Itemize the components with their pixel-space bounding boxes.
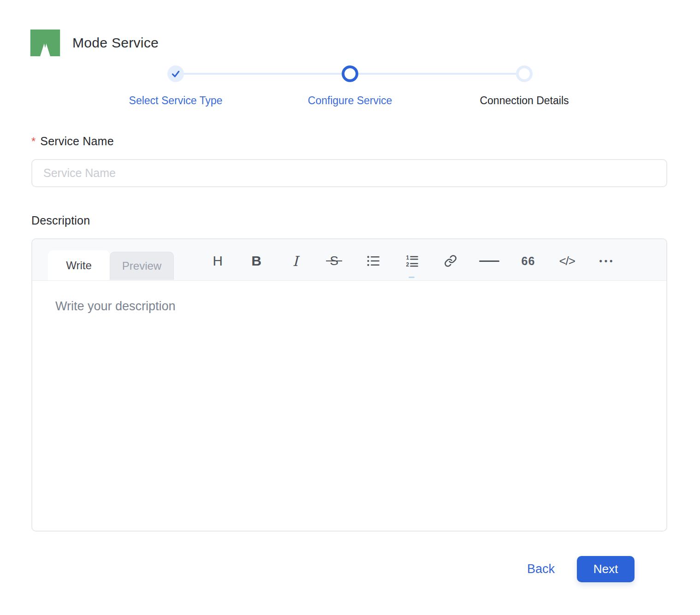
horizontal-rule-icon: [479, 260, 499, 262]
link-button[interactable]: [438, 248, 463, 274]
heading-button[interactable]: H: [205, 248, 231, 274]
required-asterisk: *: [31, 135, 36, 148]
step-configure-service[interactable]: Configure Service: [263, 65, 437, 107]
strikethrough-button[interactable]: S: [321, 248, 347, 274]
more-ellipsis-icon: •••: [597, 256, 615, 266]
heading-icon: H: [213, 253, 223, 269]
formatting-toolbar: H B I S: [205, 248, 619, 274]
back-button[interactable]: Back: [527, 562, 555, 576]
numbered-list-icon: 1 2: [405, 254, 419, 268]
numbered-list-caret-artifact: [409, 277, 415, 278]
code-button[interactable]: </>: [554, 248, 580, 274]
next-button[interactable]: Next: [577, 556, 635, 582]
description-textarea[interactable]: [32, 281, 666, 531]
italic-icon: I: [292, 253, 298, 269]
step-label: Select Service Type: [129, 94, 223, 107]
editor-write-area: [32, 281, 666, 531]
italic-button[interactable]: I: [282, 248, 308, 274]
description-label: Description: [31, 214, 90, 227]
horizontal-rule-button[interactable]: [476, 248, 502, 274]
svg-text:1: 1: [406, 254, 409, 261]
check-icon: [171, 69, 180, 78]
editor-toolbar-header: Write Preview H B I S: [32, 239, 666, 281]
quote-button[interactable]: 66: [516, 248, 541, 274]
tab-write[interactable]: Write: [48, 250, 110, 281]
code-icon: </>: [559, 254, 575, 268]
bullet-list-icon: [366, 254, 380, 268]
form-content: * Service Name Description Write Preview…: [31, 135, 667, 582]
tab-preview[interactable]: Preview: [110, 252, 174, 280]
brand-header: Mode Service: [0, 0, 700, 56]
step-label: Configure Service: [308, 94, 392, 107]
service-name-label-row: * Service Name: [31, 135, 667, 148]
service-name-label: Service Name: [40, 135, 113, 148]
step-select-service-type[interactable]: Select Service Type: [89, 65, 263, 107]
description-label-row: Description: [31, 214, 667, 227]
strikethrough-icon: S: [330, 254, 338, 268]
wizard-footer-actions: Back Next: [31, 556, 667, 582]
step-active-circle[interactable]: [342, 65, 358, 82]
bullet-list-button[interactable]: [360, 248, 386, 274]
step-upcoming-circle[interactable]: [516, 65, 533, 82]
mode-service-wizard-page: Mode Service Select Service Type Configu…: [0, 0, 700, 615]
page-title: Mode Service: [72, 35, 159, 51]
description-markdown-editor: Write Preview H B I S: [31, 238, 667, 532]
quote-icon: 66: [522, 254, 535, 268]
more-tools-button[interactable]: •••: [593, 248, 619, 274]
step-completed-circle[interactable]: [167, 65, 184, 82]
bold-icon: B: [251, 253, 261, 269]
link-icon: [444, 254, 457, 267]
step-connection-details[interactable]: Connection Details: [437, 65, 611, 107]
mode-logo-icon: [30, 30, 60, 56]
wizard-stepper: Select Service Type Configure Service Co…: [89, 65, 611, 107]
bold-button[interactable]: B: [243, 248, 269, 274]
editor-tabs: Write Preview: [32, 250, 174, 280]
numbered-list-button[interactable]: 1 2: [399, 248, 425, 274]
service-name-input[interactable]: [31, 159, 667, 187]
svg-text:2: 2: [406, 261, 409, 268]
step-label: Connection Details: [480, 94, 569, 107]
